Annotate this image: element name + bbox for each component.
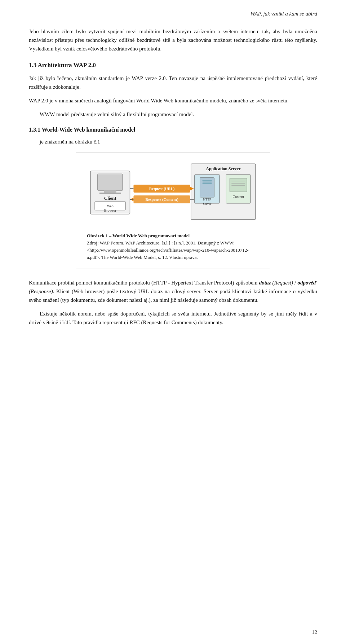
diagram-svg-area: Client Web Browser Application Server HT… — [87, 160, 259, 229]
svg-rect-1 — [98, 174, 123, 190]
comm-para1-pre: Komunikace probíhá pomocí komunikačního … — [29, 280, 259, 286]
svg-text:Browser: Browser — [104, 208, 116, 212]
svg-text:Request (URL): Request (URL) — [149, 186, 175, 191]
svg-text:Application Server: Application Server — [206, 166, 241, 171]
diagram-svg: Client Web Browser Application Server HT… — [87, 160, 259, 229]
section-1-3-para2: WAP 2.0 je v mnoha směrech analogií fung… — [29, 96, 317, 105]
section-1-3-para1-text: Jak již bylo řečeno, aktuálním standarde… — [29, 75, 317, 90]
svg-text:Web: Web — [107, 204, 114, 208]
svg-rect-3 — [99, 193, 121, 194]
figure-caption-source: Zdroj: WAP Forum. WAP Architecture. [s.l… — [87, 240, 249, 260]
subsection-1-3-1-heading-text: 1.3.1 World-Wide Web komunikační model — [29, 127, 135, 133]
comm-para1-bold2: odpověď — [297, 280, 317, 286]
subsection-1-3-1-heading: 1.3.1 World-Wide Web komunikační model — [29, 127, 317, 133]
comm-para1-bold1: dotaz — [259, 280, 271, 286]
svg-text:Server: Server — [203, 202, 211, 206]
comm-para1-italic2: (Response) — [29, 288, 53, 294]
subsection-1-3-1-para: je znázorněn na obrázku č.1 — [29, 137, 317, 146]
page-number: 12 — [312, 629, 317, 635]
comm-para-2: Existuje několik norem, nebo spíše dopor… — [29, 309, 317, 327]
svg-text:Response (Content): Response (Content) — [145, 197, 178, 202]
svg-rect-17 — [230, 178, 247, 192]
section-1-3-para3-text: WWW model představuje velmi silný a flex… — [40, 111, 194, 117]
page-number-text: 12 — [312, 629, 317, 635]
page-header-title: WAP, jak vznikl a kam se ubírá — [29, 11, 317, 17]
comm-para2-text: Existuje několik norem, nebo spíše dopor… — [29, 311, 317, 325]
section-1-3-para2-text: WAP 2.0 je v mnoha směrech analogií fung… — [29, 98, 289, 103]
section-1-3-heading-text: 1.3 Architektura WAP 2.0 — [29, 62, 96, 69]
section-1-3-para3: WWW model představuje velmi silný a flex… — [29, 110, 317, 119]
comm-para1-sep: / — [293, 280, 298, 286]
svg-rect-13 — [203, 182, 212, 184]
svg-rect-12 — [203, 180, 212, 181]
subsection-1-3-1-para-text: je znázorněn na obrázku č.1 — [40, 139, 100, 145]
svg-text:HTTP: HTTP — [203, 198, 211, 201]
section-1-3-heading: 1.3 Architektura WAP 2.0 — [29, 62, 317, 69]
comm-para1-italic1: (Request) — [271, 280, 293, 286]
diagram-container: Client Web Browser Application Server HT… — [76, 153, 270, 269]
header-title-text: WAP, jak vznikl a kam se ubírá — [250, 11, 317, 17]
svg-rect-2 — [104, 190, 116, 193]
intro-text: Jeho hlavním cílem bylo vytvořit spojení… — [29, 28, 317, 52]
comm-para-1: Komunikace probíhá pomocí komunikačního … — [29, 278, 317, 304]
section-1-3-para1: Jak již bylo řečeno, aktuálním standarde… — [29, 74, 317, 91]
intro-paragraph: Jeho hlavním cílem bylo vytvořit spojení… — [29, 27, 317, 53]
comm-para1-post: . Klient (Web browser) pošle textový URL… — [29, 288, 317, 303]
figure-caption-bold: Obrázek 1 – World Wide Web programovací … — [87, 233, 190, 238]
figure-caption: Obrázek 1 – World Wide Web programovací … — [87, 232, 259, 261]
svg-text:Client: Client — [104, 195, 116, 201]
page: WAP, jak vznikl a kam se ubírá Jeho hlav… — [0, 0, 346, 644]
svg-text:Content: Content — [233, 195, 244, 199]
